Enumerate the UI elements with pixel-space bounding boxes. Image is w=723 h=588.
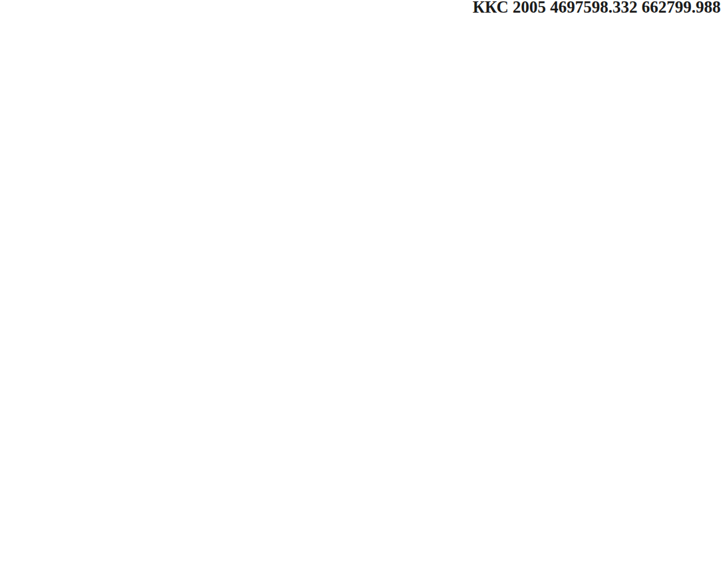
cadastral-map-canvas[interactable]: ККС 2005 4697598.332 662799.988 xyxy=(0,0,723,588)
cadastral-map-viewport[interactable]: ККС 2005 4697598.332 662799.988 xyxy=(0,0,723,588)
map-header-coordinates: ККС 2005 4697598.332 662799.988 xyxy=(473,0,720,16)
